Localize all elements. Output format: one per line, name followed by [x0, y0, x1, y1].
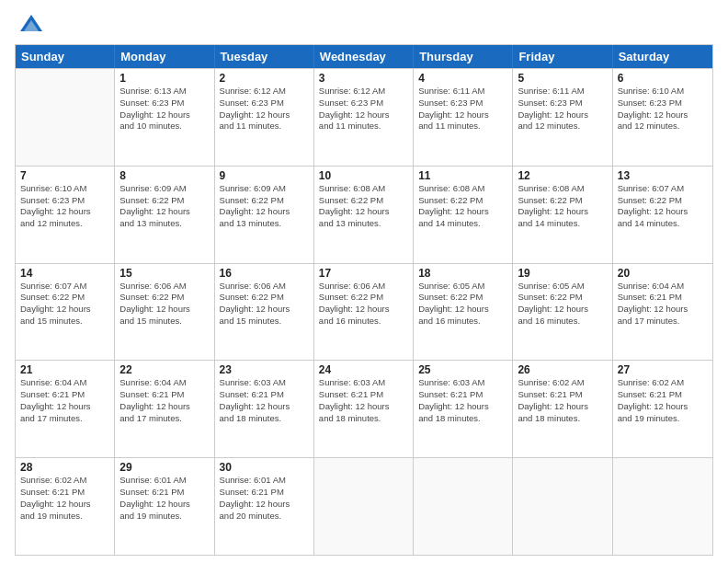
cal-header-sunday: Sunday: [16, 45, 115, 68]
day-info: Sunrise: 6:07 AM Sunset: 6:22 PM Dayligh…: [20, 281, 109, 327]
day-info: Sunrise: 6:03 AM Sunset: 6:21 PM Dayligh…: [418, 377, 507, 424]
day-info: Sunrise: 6:11 AM Sunset: 6:23 PM Dayligh…: [518, 86, 607, 132]
cal-cell: 7Sunrise: 6:10 AM Sunset: 6:23 PM Daylig…: [16, 167, 115, 263]
cal-cell: 6Sunrise: 6:10 AM Sunset: 6:23 PM Daylig…: [613, 69, 712, 166]
cal-week-5: 28Sunrise: 6:02 AM Sunset: 6:21 PM Dayli…: [16, 457, 712, 555]
cal-cell: 19Sunrise: 6:05 AM Sunset: 6:22 PM Dayli…: [513, 264, 612, 361]
day-number: 8: [119, 169, 209, 182]
cal-cell: 4Sunrise: 6:11 AM Sunset: 6:23 PM Daylig…: [414, 69, 513, 166]
day-info: Sunrise: 6:09 AM Sunset: 6:22 PM Dayligh…: [119, 183, 209, 230]
day-info: Sunrise: 6:04 AM Sunset: 6:21 PM Dayligh…: [20, 377, 109, 424]
cal-cell: 26Sunrise: 6:02 AM Sunset: 6:21 PM Dayli…: [513, 361, 612, 457]
cal-cell: [16, 69, 115, 166]
cal-week-4: 21Sunrise: 6:04 AM Sunset: 6:21 PM Dayli…: [16, 360, 712, 457]
day-number: 11: [418, 169, 507, 182]
day-info: Sunrise: 6:05 AM Sunset: 6:22 PM Dayligh…: [518, 281, 607, 327]
cal-cell: 10Sunrise: 6:08 AM Sunset: 6:22 PM Dayli…: [314, 167, 414, 263]
day-number: 22: [119, 363, 209, 376]
cal-cell: [513, 458, 612, 555]
logo-icon: [18, 11, 44, 37]
day-info: Sunrise: 6:11 AM Sunset: 6:23 PM Dayligh…: [418, 86, 507, 132]
cal-cell: 18Sunrise: 6:05 AM Sunset: 6:22 PM Dayli…: [414, 264, 513, 361]
cal-week-3: 14Sunrise: 6:07 AM Sunset: 6:22 PM Dayli…: [16, 263, 712, 361]
cal-cell: 13Sunrise: 6:07 AM Sunset: 6:22 PM Dayli…: [613, 167, 712, 263]
cal-cell: 14Sunrise: 6:07 AM Sunset: 6:22 PM Dayli…: [16, 264, 115, 361]
day-number: 30: [220, 461, 309, 474]
cal-cell: 3Sunrise: 6:12 AM Sunset: 6:23 PM Daylig…: [314, 69, 414, 166]
cal-week-2: 7Sunrise: 6:10 AM Sunset: 6:23 PM Daylig…: [16, 166, 712, 263]
cal-cell: 28Sunrise: 6:02 AM Sunset: 6:21 PM Dayli…: [16, 458, 115, 555]
day-number: 2: [220, 72, 309, 85]
day-info: Sunrise: 6:01 AM Sunset: 6:21 PM Dayligh…: [220, 475, 309, 522]
day-info: Sunrise: 6:08 AM Sunset: 6:22 PM Dayligh…: [418, 183, 507, 230]
calendar: SundayMondayTuesdayWednesdayThursdayFrid…: [15, 44, 713, 556]
cal-header-thursday: Thursday: [414, 45, 513, 68]
day-info: Sunrise: 6:06 AM Sunset: 6:22 PM Dayligh…: [119, 281, 209, 327]
cal-cell: [414, 458, 513, 555]
day-info: Sunrise: 6:04 AM Sunset: 6:21 PM Dayligh…: [618, 281, 708, 327]
cal-cell: 15Sunrise: 6:06 AM Sunset: 6:22 PM Dayli…: [115, 264, 214, 361]
day-info: Sunrise: 6:03 AM Sunset: 6:21 PM Dayligh…: [220, 377, 309, 424]
day-number: 7: [20, 169, 109, 182]
day-info: Sunrise: 6:06 AM Sunset: 6:22 PM Dayligh…: [220, 281, 309, 327]
cal-header-monday: Monday: [115, 45, 214, 68]
cal-cell: 27Sunrise: 6:02 AM Sunset: 6:21 PM Dayli…: [613, 361, 712, 457]
day-info: Sunrise: 6:03 AM Sunset: 6:21 PM Dayligh…: [319, 377, 408, 424]
cal-week-1: 1Sunrise: 6:13 AM Sunset: 6:23 PM Daylig…: [16, 68, 712, 166]
day-info: Sunrise: 6:04 AM Sunset: 6:21 PM Dayligh…: [119, 377, 209, 424]
cal-header-saturday: Saturday: [613, 45, 712, 68]
cal-cell: 30Sunrise: 6:01 AM Sunset: 6:21 PM Dayli…: [215, 458, 314, 555]
day-number: 15: [119, 267, 209, 280]
day-info: Sunrise: 6:01 AM Sunset: 6:21 PM Dayligh…: [119, 475, 209, 522]
cal-header-wednesday: Wednesday: [314, 45, 414, 68]
day-number: 1: [119, 72, 209, 85]
day-number: 19: [518, 267, 607, 280]
cal-cell: 22Sunrise: 6:04 AM Sunset: 6:21 PM Dayli…: [115, 361, 214, 457]
day-number: 13: [618, 169, 708, 182]
day-number: 10: [319, 169, 408, 182]
day-number: 14: [20, 267, 109, 280]
cal-cell: 21Sunrise: 6:04 AM Sunset: 6:21 PM Dayli…: [16, 361, 115, 457]
day-number: 24: [319, 363, 408, 376]
cal-header-tuesday: Tuesday: [215, 45, 314, 68]
cal-header-friday: Friday: [513, 45, 612, 68]
day-number: 20: [618, 267, 708, 280]
cal-cell: 8Sunrise: 6:09 AM Sunset: 6:22 PM Daylig…: [115, 167, 214, 263]
cal-cell: 24Sunrise: 6:03 AM Sunset: 6:21 PM Dayli…: [314, 361, 414, 457]
cal-cell: 1Sunrise: 6:13 AM Sunset: 6:23 PM Daylig…: [115, 69, 214, 166]
day-info: Sunrise: 6:12 AM Sunset: 6:23 PM Dayligh…: [220, 86, 309, 132]
day-info: Sunrise: 6:10 AM Sunset: 6:23 PM Dayligh…: [20, 183, 109, 230]
day-number: 27: [618, 363, 708, 376]
day-number: 18: [418, 267, 507, 280]
logo: [15, 11, 44, 37]
day-number: 17: [319, 267, 408, 280]
day-number: 25: [418, 363, 507, 376]
cal-cell: [314, 458, 414, 555]
day-info: Sunrise: 6:08 AM Sunset: 6:22 PM Dayligh…: [518, 183, 607, 230]
header: [15, 11, 713, 37]
day-info: Sunrise: 6:06 AM Sunset: 6:22 PM Dayligh…: [319, 281, 408, 327]
day-number: 23: [220, 363, 309, 376]
day-number: 28: [20, 461, 109, 474]
cal-cell: 16Sunrise: 6:06 AM Sunset: 6:22 PM Dayli…: [215, 264, 314, 361]
day-info: Sunrise: 6:05 AM Sunset: 6:22 PM Dayligh…: [418, 281, 507, 327]
cal-cell: 17Sunrise: 6:06 AM Sunset: 6:22 PM Dayli…: [314, 264, 414, 361]
cal-cell: 20Sunrise: 6:04 AM Sunset: 6:21 PM Dayli…: [613, 264, 712, 361]
cal-cell: 12Sunrise: 6:08 AM Sunset: 6:22 PM Dayli…: [513, 167, 612, 263]
day-number: 4: [418, 72, 507, 85]
cal-cell: 9Sunrise: 6:09 AM Sunset: 6:22 PM Daylig…: [215, 167, 314, 263]
day-number: 3: [319, 72, 408, 85]
day-number: 9: [220, 169, 309, 182]
cal-cell: 29Sunrise: 6:01 AM Sunset: 6:21 PM Dayli…: [115, 458, 214, 555]
day-number: 12: [518, 169, 607, 182]
day-info: Sunrise: 6:08 AM Sunset: 6:22 PM Dayligh…: [319, 183, 408, 230]
cal-cell: 11Sunrise: 6:08 AM Sunset: 6:22 PM Dayli…: [414, 167, 513, 263]
day-info: Sunrise: 6:10 AM Sunset: 6:23 PM Dayligh…: [618, 86, 708, 132]
day-number: 21: [20, 363, 109, 376]
calendar-header: SundayMondayTuesdayWednesdayThursdayFrid…: [16, 45, 712, 68]
cal-cell: 23Sunrise: 6:03 AM Sunset: 6:21 PM Dayli…: [215, 361, 314, 457]
day-info: Sunrise: 6:02 AM Sunset: 6:21 PM Dayligh…: [518, 377, 607, 424]
cal-cell: 5Sunrise: 6:11 AM Sunset: 6:23 PM Daylig…: [513, 69, 612, 166]
day-number: 29: [119, 461, 209, 474]
day-info: Sunrise: 6:12 AM Sunset: 6:23 PM Dayligh…: [319, 86, 408, 132]
